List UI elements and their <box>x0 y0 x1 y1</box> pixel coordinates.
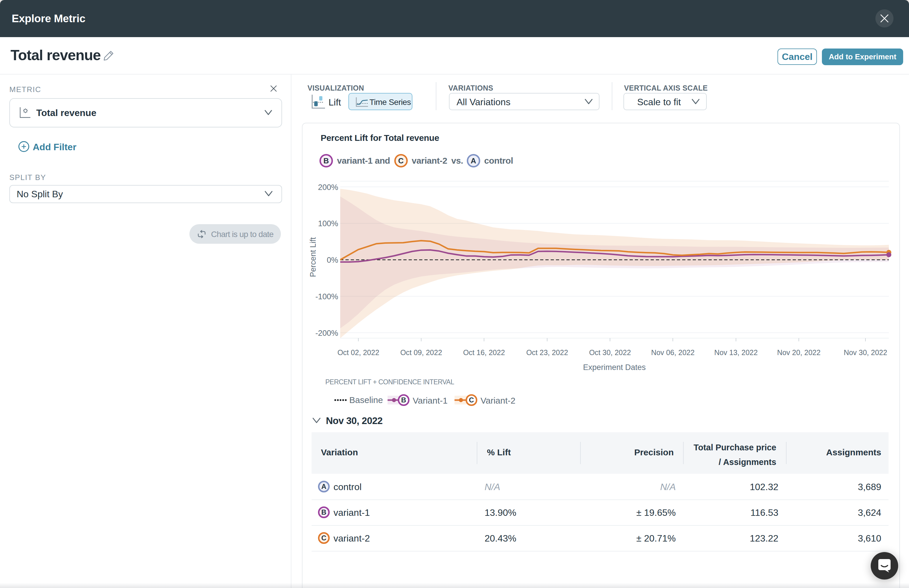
svg-text:-100%: -100% <box>315 292 338 301</box>
svg-text:Oct 30, 2022: Oct 30, 2022 <box>589 348 631 357</box>
svg-text:Nov 06, 2022: Nov 06, 2022 <box>651 348 695 357</box>
svg-text:-200%: -200% <box>315 329 338 338</box>
svg-text:Oct 23, 2022: Oct 23, 2022 <box>526 348 568 357</box>
svg-text:Nov 20, 2022: Nov 20, 2022 <box>777 348 821 357</box>
svg-text:Oct 02, 2022: Oct 02, 2022 <box>337 348 379 357</box>
svg-text:200%: 200% <box>318 183 338 192</box>
svg-text:Experiment Dates: Experiment Dates <box>583 363 646 372</box>
svg-text:100%: 100% <box>318 219 338 228</box>
svg-text:Nov 13, 2022: Nov 13, 2022 <box>714 348 758 357</box>
svg-text:Oct 16, 2022: Oct 16, 2022 <box>463 348 505 357</box>
svg-text:Percent Lift: Percent Lift <box>308 237 317 277</box>
svg-text:Nov 30, 2022: Nov 30, 2022 <box>844 348 887 357</box>
svg-text:0%: 0% <box>327 256 338 265</box>
svg-text:Oct 09, 2022: Oct 09, 2022 <box>400 348 442 357</box>
